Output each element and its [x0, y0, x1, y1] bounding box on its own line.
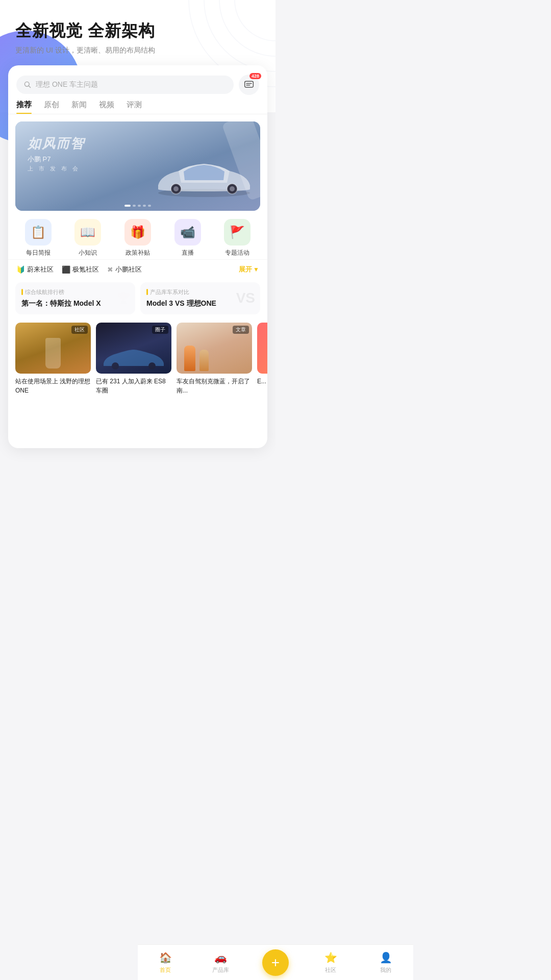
page-title: 全新视觉 全新架构: [15, 20, 260, 42]
search-icon: [23, 81, 32, 89]
zeekr-label: 极氪社区: [72, 265, 99, 274]
quick-icons-row: 📋 每日简报 📖 小知识 🎁 政策补贴 📹 直播 🚩 专题活动: [8, 211, 267, 259]
content-card-3[interactable]: 文章 车友自驾别克微蓝，开启了南...: [177, 323, 252, 395]
svg-rect-6: [245, 81, 254, 87]
message-button[interactable]: 428: [239, 75, 259, 95]
community-nio[interactable]: 🔰 蔚来社区: [16, 265, 54, 274]
car-silhouette: [101, 346, 166, 371]
accent-bar-1: [21, 289, 23, 295]
search-placeholder: 理想 ONE 车主问题: [36, 80, 98, 89]
banner-dot-1[interactable]: [124, 205, 131, 207]
community-zeekr[interactable]: ⬛ 极氪社区: [62, 265, 99, 274]
tab-video[interactable]: 视频: [99, 100, 114, 114]
message-icon: [244, 80, 254, 90]
policy-label: 政策补贴: [126, 249, 150, 257]
expand-button[interactable]: 展开 ▼: [239, 265, 259, 274]
svg-point-9: [173, 186, 179, 191]
knowledge-icon: 📖: [74, 219, 101, 246]
page-subtitle: 更清新的 UI 设计，更清晰、易用的布局结构: [15, 46, 260, 55]
accent-bar-2: [146, 289, 148, 295]
daily-icon: 📋: [25, 219, 52, 246]
tab-original[interactable]: 原创: [44, 100, 59, 114]
card-title-3: 车友自驾别克微蓝，开启了南...: [177, 377, 252, 395]
card-title-1: 站在使用场景上 浅野的理想ONE: [15, 377, 91, 395]
tab-news[interactable]: 新闻: [71, 100, 87, 114]
content-cards-row: 社区 站在使用场景上 浅野的理想ONE 圈子 已有 231 人加入蔚来 ES8 …: [8, 318, 267, 399]
live-label: 直播: [182, 249, 194, 257]
vs-text: VS: [236, 290, 255, 306]
tabs-row: 推荐 原创 新闻 视频 评测: [8, 100, 267, 114]
bottom-spacer: [8, 399, 267, 440]
community-row: 🔰 蔚来社区 ⬛ 极氪社区 ✖ 小鹏社区 展开 ▼: [8, 259, 267, 278]
knowledge-label: 小知识: [79, 249, 97, 257]
search-bar[interactable]: 理想 ONE 车主问题: [16, 76, 234, 94]
event-label: 专题活动: [225, 249, 249, 257]
svg-point-12: [112, 362, 119, 370]
card-tag-2: 圈子: [152, 326, 168, 334]
banner-dot-5[interactable]: [148, 205, 151, 207]
header-section: 全新视觉 全新架构 更清新的 UI 设计，更清晰、易用的布局结构: [0, 0, 276, 55]
banner-dot-3[interactable]: [138, 205, 141, 207]
ranking-card-range[interactable]: 综合续航排行榜 第一名：特斯拉 Model X 🏆: [15, 282, 135, 314]
nio-icon: 🔰: [16, 265, 25, 274]
main-card: 理想 ONE 车主问题 428 推荐 原创 新闻 视频 评测 如风而智 小鹏 P…: [8, 65, 267, 448]
xpeng-label: 小鹏社区: [115, 265, 142, 274]
banner-dot-4[interactable]: [143, 205, 146, 207]
card-tag-1: 社区: [71, 326, 88, 334]
ranking-icon-1: 🏆: [117, 292, 130, 304]
banner[interactable]: 如风而智 小鹏 P7 上 市 发 布 会: [15, 121, 260, 211]
card-title-4: E...: [257, 377, 267, 386]
nio-label: 蔚来社区: [27, 265, 54, 274]
content-card-img-4: Ai ◉: [257, 323, 267, 374]
content-card-1[interactable]: 社区 站在使用场景上 浅野的理想ONE: [15, 323, 91, 395]
banner-text: 如风而智 小鹏 P7 上 市 发 布 会: [28, 135, 85, 173]
search-row: 理想 ONE 车主问题 428: [8, 65, 267, 100]
quick-icon-live[interactable]: 📹 直播: [174, 219, 201, 257]
tab-recommend[interactable]: 推荐: [16, 100, 32, 114]
daily-label: 每日简报: [26, 249, 51, 257]
content-card-img-1: 社区: [15, 323, 91, 374]
svg-line-5: [29, 86, 31, 88]
content-card-4[interactable]: Ai ◉ E...: [257, 323, 267, 395]
card-title-2: 已有 231 人加入蔚来 ES8 车圈: [96, 377, 171, 395]
tab-review[interactable]: 评测: [127, 100, 142, 114]
quick-icon-policy[interactable]: 🎁 政策补贴: [124, 219, 151, 257]
message-badge: 428: [249, 73, 261, 79]
content-card-img-2: 圈子: [96, 323, 171, 374]
content-card-2[interactable]: 圈子 已有 231 人加入蔚来 ES8 车圈: [96, 323, 171, 395]
ai-circle: ◉: [257, 323, 267, 374]
banner-launch: 上 市 发 布 会: [28, 165, 85, 173]
ranking-tag-1: 综合续航排行榜: [21, 288, 129, 296]
svg-point-13: [148, 362, 156, 370]
people-illustration: [184, 346, 209, 371]
quick-icon-knowledge[interactable]: 📖 小知识: [74, 219, 101, 257]
zeekr-icon: ⬛: [62, 265, 70, 274]
chevron-down-icon: ▼: [253, 266, 259, 273]
quick-icon-event[interactable]: 🚩 专题活动: [224, 219, 251, 257]
xpeng-icon: ✖: [107, 265, 113, 274]
banner-slogan: 如风而智: [28, 135, 85, 153]
bottle-illustration: [45, 338, 61, 369]
banner-model: 小鹏 P7: [28, 155, 85, 164]
policy-icon: 🎁: [124, 219, 151, 246]
quick-icon-daily[interactable]: 📋 每日简报: [25, 219, 52, 257]
community-xpeng[interactable]: ✖ 小鹏社区: [107, 265, 142, 274]
ranking-title-1: 第一名：特斯拉 Model X: [21, 299, 129, 308]
svg-point-11: [230, 186, 235, 191]
content-card-img-3: 文章: [177, 323, 252, 374]
ranking-row: 综合续航排行榜 第一名：特斯拉 Model X 🏆 产品库车系对比 Model …: [8, 278, 267, 318]
banner-dots: [124, 205, 151, 207]
card-tag-3: 文章: [233, 326, 249, 334]
live-icon: 📹: [174, 219, 201, 246]
banner-dot-2[interactable]: [133, 205, 136, 207]
ranking-card-compare[interactable]: 产品库车系对比 Model 3 VS 理想ONE VS: [140, 282, 260, 314]
event-icon: 🚩: [224, 219, 251, 246]
